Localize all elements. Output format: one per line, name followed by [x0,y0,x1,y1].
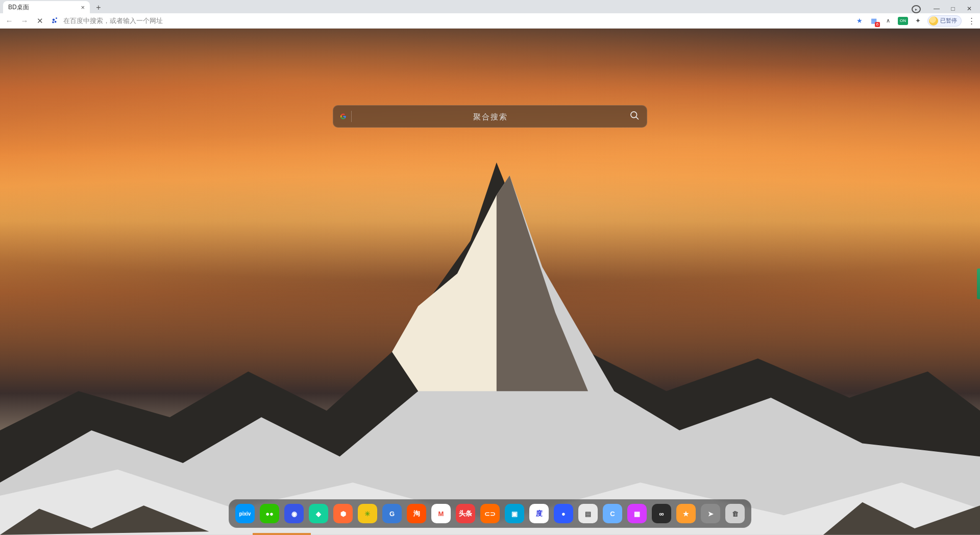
dock-item-taobao[interactable]: 淘 [407,504,426,523]
nav-stop-icon[interactable]: ✕ [35,16,45,26]
dock-item-codu-app[interactable]: ▦ [627,504,647,523]
window-minimize-icon[interactable]: — [932,5,941,13]
dock-item-gmail[interactable]: M [431,504,451,523]
dock-item-diamond-app[interactable]: ◆ [309,504,328,523]
wallpaper-mountain [0,140,980,535]
extension-badge-icon[interactable]: ▦ [869,16,878,26]
aggregate-search-input[interactable] [358,112,623,121]
browser-toolbar: ← → ✕ 在百度中搜索，或者输入一个网址 ★ ▦ ∧ ON ✦ 已暂停 ⋮ [0,13,980,29]
aggregate-search-bar[interactable] [333,105,647,128]
dock-item-trash[interactable]: 🗑 [725,504,745,523]
new-tab-button[interactable]: + [93,2,104,13]
page-viewport: pixiv●●◉◆⬢☀G淘M头条⊂⊃▣度●▤C▦∞★➤🗑 [0,29,980,535]
dock-item-pixiv[interactable]: pixiv [235,504,255,523]
window-close-icon[interactable]: ✕ [965,5,974,13]
site-identity-icon[interactable] [50,17,58,25]
media-control-icon[interactable]: ▸ [912,5,921,13]
tab-title: BD桌面 [8,3,77,12]
bottom-accent-bar [253,533,311,535]
chrome-menu-icon[interactable]: ⋮ [967,16,976,26]
dock-item-bilibili[interactable]: ▣ [505,504,524,523]
dock-item-toutiao[interactable]: 头条 [456,504,475,523]
dock-item-baidu[interactable]: 度 [529,504,549,523]
side-panel-tab[interactable] [977,269,980,299]
tab-close-icon[interactable]: × [81,4,85,11]
profile-avatar-icon [929,16,938,26]
extensions-puzzle-icon[interactable]: ✦ [913,16,922,26]
omnibox-placeholder[interactable]: 在百度中搜索，或者输入一个网址 [63,16,163,26]
nav-forward-icon[interactable]: → [19,16,30,25]
svg-line-1 [636,117,638,119]
extension-on-icon[interactable]: ON [898,17,908,25]
browser-tab-strip: BD桌面 × + ▸ — □ ✕ [0,0,980,13]
dock-item-wechat[interactable]: ●● [260,504,279,523]
dock-item-field-app[interactable]: ☀ [358,504,377,523]
window-maximize-icon[interactable]: □ [948,5,958,13]
dock-item-eye-app[interactable]: ◉ [284,504,304,523]
search-submit-icon[interactable] [629,110,640,123]
dock-item-hex-app[interactable]: ⬢ [333,504,353,523]
profile-chip[interactable]: 已暂停 [927,15,962,27]
profile-status-label: 已暂停 [940,17,957,25]
dock-item-notes-app[interactable]: ▤ [578,504,598,523]
bookmark-star-icon[interactable]: ★ [855,16,864,26]
dock-item-flomo[interactable]: ● [554,504,573,523]
nav-back-icon[interactable]: ← [4,16,14,25]
dock-item-star-app[interactable]: ★ [676,504,696,523]
extension-code-icon[interactable]: ∧ [884,16,893,26]
dock-item-infinity-app[interactable]: ∞ [652,504,671,523]
search-engine-selector[interactable] [340,111,352,122]
browser-tab-active[interactable]: BD桌面 × [3,1,90,13]
dock-item-c-app[interactable]: C [603,504,622,523]
google-g-icon [340,111,346,121]
dock-item-link-app[interactable]: ⊂⊃ [480,504,500,523]
dock-item-spiral-app[interactable]: G [382,504,402,523]
app-dock: pixiv●●◉◆⬢☀G淘M头条⊂⊃▣度●▤C▦∞★➤🗑 [229,499,751,528]
window-controls: ▸ — □ ✕ [912,5,977,13]
dock-item-launch-app[interactable]: ➤ [701,504,720,523]
extension-icons: ★ ▦ ∧ ON ✦ 已暂停 ⋮ [855,15,976,27]
